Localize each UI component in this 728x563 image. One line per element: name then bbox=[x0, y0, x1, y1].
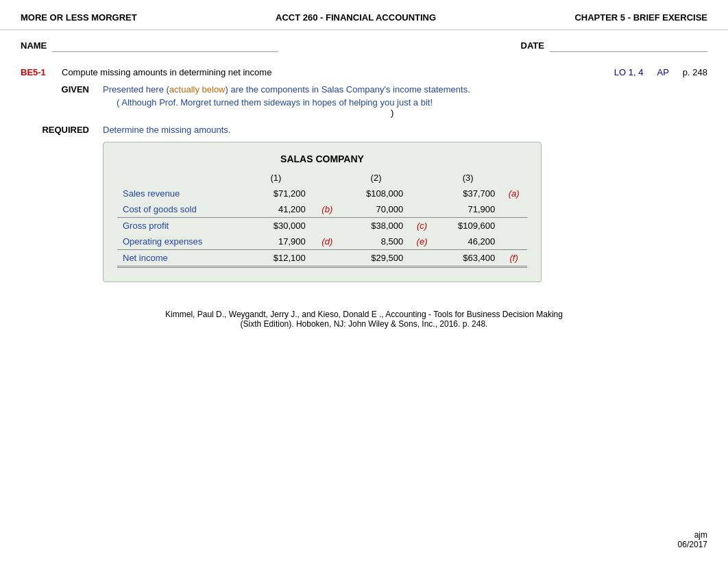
row-col3: $63,400 bbox=[435, 250, 500, 267]
table-row: Gross profit$30,000$38,000(c)$109,600 bbox=[117, 218, 527, 234]
exercise-ap: AP bbox=[657, 67, 669, 77]
required-row: REQUIRED Determine the missing amounts. bbox=[21, 125, 707, 135]
row-col3-missing: (a) bbox=[500, 186, 527, 201]
row-col1: 41,200 bbox=[241, 201, 311, 218]
row-col1-missing bbox=[311, 186, 343, 201]
exercise-lo: LO 1, 4 bbox=[614, 67, 644, 77]
table-row: Operating expenses17,900(d)8,500(e)46,20… bbox=[117, 234, 527, 250]
row-label: Cost of goods sold bbox=[117, 201, 241, 218]
row-col2-missing bbox=[409, 186, 435, 201]
col-header-2: (2) bbox=[343, 170, 409, 186]
row-col2: 70,000 bbox=[343, 201, 409, 218]
row-col2: $108,000 bbox=[343, 186, 409, 201]
row-col1: 17,900 bbox=[241, 234, 311, 250]
bottom-right: ajm 06/2017 bbox=[678, 530, 707, 549]
date-group: DATE bbox=[521, 38, 707, 52]
date-stamp: 06/2017 bbox=[678, 540, 707, 549]
col-header-2b bbox=[409, 170, 435, 186]
initials: ajm bbox=[678, 530, 707, 540]
citation-line1: Kimmel, Paul D., Weygandt, Jerry J., and… bbox=[21, 310, 707, 319]
given-label: GIVEN bbox=[21, 84, 103, 95]
header-right: CHAPTER 5 - BRIEF EXERCISE bbox=[574, 12, 707, 23]
given-text: Presented here (actually below) are the … bbox=[103, 84, 707, 95]
row-col2: 8,500 bbox=[343, 234, 409, 250]
row-col1-missing bbox=[311, 250, 343, 267]
row-col2-missing bbox=[409, 201, 435, 218]
row-col3: 71,900 bbox=[435, 201, 500, 218]
row-col1-missing bbox=[311, 218, 343, 234]
row-col3: $109,600 bbox=[435, 218, 500, 234]
name-input[interactable] bbox=[52, 38, 278, 52]
header-left: MORE OR LESS MORGRET bbox=[21, 12, 137, 23]
row-col2-missing: (e) bbox=[409, 234, 435, 250]
income-table-container: SALAS COMPANY (1) (2) (3) Sales revenue$… bbox=[103, 142, 542, 282]
citation-line2: (Sixth Edition). Hoboken, NJ: John Wiley… bbox=[21, 319, 707, 329]
row-col3-missing: (f) bbox=[500, 250, 527, 267]
col-header-label bbox=[117, 170, 241, 186]
date-label: DATE bbox=[521, 40, 544, 51]
name-date-row: NAME DATE bbox=[0, 30, 728, 60]
row-col2-missing bbox=[409, 250, 435, 267]
row-label: Operating expenses bbox=[117, 234, 241, 250]
row-col3-missing bbox=[500, 201, 527, 218]
row-col3: 46,200 bbox=[435, 234, 500, 250]
exercise-description: Compute missing amounts in determining n… bbox=[62, 67, 600, 77]
row-col3-missing bbox=[500, 234, 527, 250]
exercise-page: p. 248 bbox=[683, 67, 707, 77]
row-col1: $30,000 bbox=[241, 218, 311, 234]
main-content: BE5-1 Compute missing amounts in determi… bbox=[0, 60, 728, 296]
date-input[interactable] bbox=[550, 38, 707, 52]
given-note: ( Although Prof. Morgret turned them sid… bbox=[117, 97, 707, 118]
row-label: Net income bbox=[117, 250, 241, 267]
row-col3: $37,700 bbox=[435, 186, 500, 201]
row-col1: $12,100 bbox=[241, 250, 311, 267]
row-col1-missing: (b) bbox=[311, 201, 343, 218]
table-body: Sales revenue$71,200$108,000$37,700(a)Co… bbox=[117, 186, 527, 267]
given-note-text: ( Although Prof. Morgret turned them sid… bbox=[117, 97, 433, 108]
col-header-1: (1) bbox=[241, 170, 311, 186]
row-col1-missing: (d) bbox=[311, 234, 343, 250]
income-table: (1) (2) (3) Sales revenue$71,200$108,000… bbox=[117, 170, 527, 268]
table-row: Net income$12,100$29,500$63,400(f) bbox=[117, 250, 527, 267]
table-row: Cost of goods sold41,200(b)70,00071,900 bbox=[117, 201, 527, 218]
name-group: NAME bbox=[21, 38, 278, 52]
row-label: Gross profit bbox=[117, 218, 241, 234]
given-text-part2: actually below bbox=[169, 84, 226, 95]
row-col2-missing: (c) bbox=[409, 218, 435, 234]
table-row: Sales revenue$71,200$108,000$37,700(a) bbox=[117, 186, 527, 201]
row-col2: $38,000 bbox=[343, 218, 409, 234]
required-label: REQUIRED bbox=[21, 125, 103, 135]
given-note-close: ) bbox=[391, 108, 393, 118]
given-row: GIVEN Presented here (actually below) ar… bbox=[21, 84, 707, 95]
row-col1: $71,200 bbox=[241, 186, 311, 201]
exercise-row: BE5-1 Compute missing amounts in determi… bbox=[21, 67, 707, 77]
row-col2: $29,500 bbox=[343, 250, 409, 267]
row-label: Sales revenue bbox=[117, 186, 241, 201]
row-col3-missing bbox=[500, 218, 527, 234]
col-header-1b bbox=[311, 170, 343, 186]
given-text-part1: Presented here ( bbox=[103, 84, 169, 95]
given-text-part3: ) are the components in Salas Company's … bbox=[226, 84, 470, 95]
header-center: ACCT 260 - FINANCIAL ACCOUNTING bbox=[276, 12, 436, 23]
col-header-3: (3) bbox=[435, 170, 500, 186]
page-header: MORE OR LESS MORGRET ACCT 260 - FINANCIA… bbox=[0, 0, 728, 30]
table-header-row: (1) (2) (3) bbox=[117, 170, 527, 186]
footer-citation: Kimmel, Paul D., Weygandt, Jerry J., and… bbox=[21, 310, 707, 329]
col-header-3b bbox=[500, 170, 527, 186]
table-title: SALAS COMPANY bbox=[117, 153, 527, 164]
exercise-id: BE5-1 bbox=[21, 67, 62, 77]
required-text: Determine the missing amounts. bbox=[103, 125, 230, 135]
name-label: NAME bbox=[21, 40, 47, 51]
